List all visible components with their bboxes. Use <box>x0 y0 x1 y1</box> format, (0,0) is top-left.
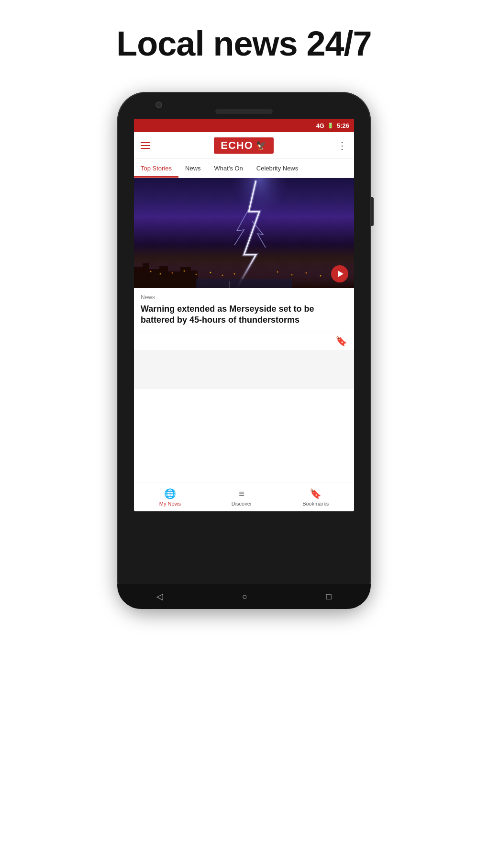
tab-news[interactable]: News <box>178 159 208 178</box>
phone-frame: 4G 🔋 5:26 ECHO 🦅 ⋮ Top Stories News What… <box>117 92 371 609</box>
svg-rect-4 <box>148 269 160 288</box>
article-content: News Warning extended as Merseyside set … <box>134 288 354 331</box>
signal-indicator: 4G <box>316 122 324 129</box>
svg-rect-6 <box>167 271 181 288</box>
bookmarks-label: Bookmarks <box>302 501 329 507</box>
globe-icon: 🌐 <box>164 488 176 499</box>
nav-tabs: Top Stories News What's On Celebrity New… <box>134 159 354 178</box>
bookmarks-icon: 🔖 <box>310 488 322 499</box>
svg-rect-7 <box>180 267 191 288</box>
svg-point-14 <box>210 272 211 273</box>
back-button[interactable]: ◁ <box>156 591 163 602</box>
svg-rect-2 <box>134 267 144 288</box>
phone-top-bar <box>117 92 371 114</box>
discover-label: Discover <box>232 501 252 507</box>
tab-celebrity-news[interactable]: Celebrity News <box>250 159 305 178</box>
logo-text: ECHO <box>221 139 253 152</box>
play-button[interactable] <box>331 265 348 282</box>
lightning-image <box>134 178 354 288</box>
battery-icon: 🔋 <box>327 123 334 129</box>
echo-bird-icon: 🦅 <box>256 140 267 151</box>
home-button[interactable]: ○ <box>242 592 247 602</box>
status-bar: 4G 🔋 5:26 <box>134 119 354 132</box>
svg-rect-5 <box>159 266 168 288</box>
speaker-grille <box>215 109 273 114</box>
hamburger-menu-icon[interactable] <box>141 142 150 149</box>
tab-top-stories[interactable]: Top Stories <box>134 159 178 178</box>
svg-point-17 <box>277 271 278 273</box>
featured-article-card[interactable]: News Warning extended as Merseyside set … <box>134 178 354 351</box>
svg-point-19 <box>306 272 307 274</box>
bottom-nav: 🌐 My News ≡ Discover 🔖 Bookmarks <box>134 483 354 511</box>
bookmark-icon[interactable]: 🔖 <box>335 335 347 347</box>
article-footer: 🔖 <box>134 331 354 350</box>
svg-point-11 <box>172 272 173 274</box>
my-news-label: My News <box>159 501 181 507</box>
partial-article-card[interactable] <box>134 351 354 389</box>
front-camera <box>155 101 162 108</box>
bottom-nav-bookmarks[interactable]: 🔖 Bookmarks <box>302 488 329 507</box>
echo-logo: ECHO 🦅 <box>214 137 274 154</box>
more-options-icon[interactable]: ⋮ <box>337 140 347 151</box>
content-area: News Warning extended as Merseyside set … <box>134 178 354 483</box>
tab-whats-on[interactable]: What's On <box>208 159 250 178</box>
phone-screen: 4G 🔋 5:26 ECHO 🦅 ⋮ Top Stories News What… <box>134 119 354 511</box>
list-icon: ≡ <box>239 488 244 499</box>
svg-point-15 <box>222 275 223 276</box>
article-category: News <box>141 294 347 301</box>
svg-rect-23 <box>196 279 292 288</box>
bottom-nav-discover[interactable]: ≡ Discover <box>232 488 252 507</box>
page-headline: Local news 24/7 <box>116 24 371 63</box>
volume-button <box>371 197 374 226</box>
svg-point-13 <box>196 274 197 275</box>
svg-point-12 <box>184 271 185 272</box>
recent-button[interactable]: □ <box>326 592 332 602</box>
svg-point-9 <box>150 271 152 272</box>
svg-point-10 <box>160 273 161 275</box>
android-nav-bar: ◁ ○ □ <box>117 584 371 609</box>
article-image <box>134 178 354 288</box>
bottom-nav-my-news[interactable]: 🌐 My News <box>159 488 181 507</box>
svg-point-18 <box>291 274 293 276</box>
app-header: ECHO 🦅 ⋮ <box>134 132 354 159</box>
svg-rect-3 <box>143 263 149 288</box>
article-title[interactable]: Warning extended as Merseyside set to be… <box>141 304 347 326</box>
svg-point-20 <box>320 275 322 277</box>
svg-point-16 <box>234 273 235 275</box>
clock: 5:26 <box>337 122 349 129</box>
